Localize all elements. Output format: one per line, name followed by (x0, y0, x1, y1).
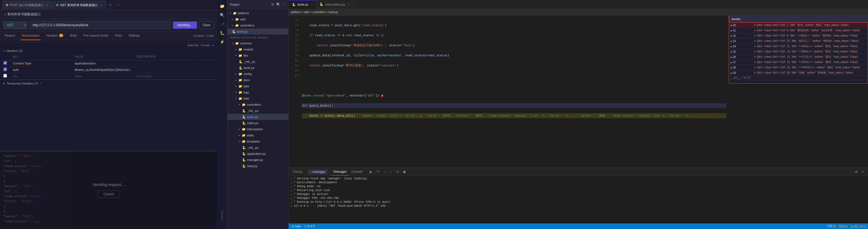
ft-static[interactable]: ▸ 📁 static (227, 132, 288, 138)
ft-docs[interactable]: ▸ 📁 docs (227, 77, 288, 83)
ft-models[interactable]: ▸ 📁 models (227, 46, 288, 52)
ft-web-inner[interactable]: ▾ 📁 web (227, 95, 288, 102)
ft-logs[interactable]: ▸ 📁 logs (227, 89, 288, 95)
ft-book-py-top[interactable]: 🐍 book.py (227, 28, 288, 35)
ft-config[interactable]: ▸ 📁 config (227, 71, 288, 77)
sidebar-icon-files[interactable]: 📁 (218, 2, 226, 10)
nav-settings[interactable]: Settings (128, 31, 141, 40)
more-tabs-button[interactable]: ⋯ (115, 3, 121, 7)
tab-close-get[interactable]: × (100, 4, 102, 7)
cookies-link[interactable]: Cookies (193, 34, 205, 37)
header-key-empty: Key (12, 74, 73, 78)
postman-tab-post[interactable]: POST 设计作者数据接口 × (2, 1, 52, 9)
code-line-76: update_data(id=book_id, title=title, aut… (302, 53, 726, 58)
ft-common[interactable]: ▾ 📁 common (227, 40, 288, 46)
url-input[interactable] (30, 21, 171, 29)
new-tab-button[interactable]: + (107, 2, 114, 8)
header-menu-icon-1[interactable]: ⋯ (197, 68, 200, 71)
ft-file-icon-init-tmpl: 🐍 (242, 146, 246, 149)
ft-init-ctrl[interactable]: 🐍 _init_.py (227, 108, 288, 114)
ft-platform[interactable]: ▾ 📁 platform (227, 10, 288, 16)
th-desc: DESCRIPTION (135, 55, 197, 59)
debug-icon-step-over[interactable]: ↷ (375, 169, 380, 175)
ft-web-top[interactable]: ▸ 📁 web (227, 16, 288, 22)
tab-close-book[interactable]: × (311, 3, 313, 6)
editor-tab-book[interactable]: 🐍 book.py × (288, 0, 316, 9)
filetree-settings-icon[interactable]: ⚙ (271, 2, 274, 6)
code-line-80: @book.route('/queryBook', methods=['GET'… (302, 93, 726, 98)
ft-controllers[interactable]: ▾ 📁 controllers (227, 102, 288, 108)
code-link[interactable]: Code (207, 34, 214, 37)
var-val-7: {dict: <class 'dict'>={'id': 14, 'title'… (757, 60, 866, 64)
temp-headers-info[interactable]: ? (40, 82, 41, 85)
ft-init-py-libs[interactable]: 🐍 _init_.py (227, 59, 288, 65)
ft-interceptors[interactable]: ▸ 📁 interceptors (227, 126, 288, 132)
var-row-2: ▸ 02 = {dict: <class 'dict'>={'id': 9, '… (729, 33, 868, 38)
debug-manager-btn[interactable]: ● manager (307, 169, 328, 174)
json-str: "新书" (20, 170, 30, 173)
json-str: "测试" (22, 154, 31, 158)
ft-name-app: application.py (247, 152, 288, 155)
debug-control-icons: ▶ ↷ ↓ ↑ ↻ ⏹ (368, 169, 407, 175)
ft-tianji-py[interactable]: 🐍 tianji.py (227, 163, 288, 169)
header-checkbox-key[interactable] (3, 74, 12, 78)
debug-close-icon[interactable]: × (860, 169, 866, 175)
postman-tab-get[interactable]: GET 查询所有书籍数据接口 × (53, 1, 106, 9)
ft-application-py[interactable]: 🐍 application.py (227, 151, 288, 157)
send-button[interactable]: Sending... (173, 22, 197, 29)
ft-init-tmpl[interactable]: 🐍 _init_.py (227, 144, 288, 151)
nav-body[interactable]: Body (69, 31, 78, 40)
nav-headers[interactable]: Headers 9 (45, 31, 64, 40)
debug-settings-icon[interactable]: ⚙ (854, 169, 859, 175)
sidebar-icon-git[interactable]: ⎇ (218, 20, 226, 28)
nav-authorization[interactable]: Authorization (21, 31, 41, 40)
ft-book-py-libs[interactable]: 🐍 book.py (227, 65, 288, 71)
tab-close-post[interactable]: × (46, 4, 48, 7)
json-bool: false (31, 195, 40, 198)
var-name-1: ▸ 01 (731, 29, 753, 32)
ft-templates[interactable]: ▾ 📁 templates (227, 138, 288, 144)
save-button[interactable]: Save (199, 21, 214, 29)
debug-arrow-4: ▸ (291, 193, 292, 196)
sidebar-icon-debug[interactable]: 🐛 (218, 29, 226, 37)
nav-tests[interactable]: Tests (114, 31, 123, 40)
ft-book-py-ctrl[interactable]: 🐍 book.py (227, 114, 288, 120)
debug-tab-debugger[interactable]: Debugger (331, 168, 349, 176)
ft-name-tji: tianji.py (247, 164, 288, 168)
debug-icon-stop[interactable]: ⏹ (402, 169, 407, 175)
header-checkbox-0[interactable] (3, 61, 12, 65)
debug-icon-step-in[interactable]: ↓ (382, 169, 387, 175)
debug-icon-step-out[interactable]: ↑ (388, 169, 394, 175)
ft-libs[interactable]: ▾ 📁 libs (227, 52, 288, 59)
bulk-edit-button[interactable]: Bulk Edit (188, 44, 198, 47)
variables-title: books (732, 17, 740, 21)
debug-output: ▸ * Serving Flask app 'manager' (lazy lo… (288, 176, 868, 223)
filetree-search-icon[interactable]: 🔍 (276, 2, 280, 6)
debug-icon-rerun[interactable]: ↻ (395, 169, 401, 175)
header-checkbox-1[interactable] (3, 67, 12, 72)
debug-tab-console[interactable]: Console (349, 168, 365, 176)
nav-params[interactable]: Params (3, 31, 16, 40)
ft-controllers-top[interactable]: ▸ 📁 controllers (227, 22, 288, 28)
ft-manager-py[interactable]: 🐍 manager.py (227, 157, 288, 163)
editor-tab-interceptors[interactable]: 🐍 interceptors.py × (316, 0, 353, 9)
sidebar-icon-extensions[interactable]: ⚡ (218, 38, 226, 46)
line-numbers: 73 74 75 76 77 78 79 80 81 82 83 84 (288, 16, 300, 168)
method-select[interactable]: GET POST PUT DELETE (3, 22, 27, 29)
header-menu-icon-0[interactable]: ⋯ (197, 62, 200, 65)
ft-index-py[interactable]: 🐍 index.py (227, 120, 288, 126)
debug-icon-run[interactable]: ▶ (368, 169, 374, 175)
ft-arrow-templates: ▾ (239, 140, 240, 143)
code-editor-area[interactable]: read_status = post_data.get('read_status… (300, 16, 729, 168)
ft-folder-icon-docs: 📁 (239, 78, 242, 82)
editor-main[interactable]: 73 74 75 76 77 78 79 80 81 82 83 84 read… (288, 16, 868, 168)
filetree-more-icon[interactable]: ⋯ (283, 2, 286, 6)
ft-jobs[interactable]: ▸ 📁 jobs (227, 83, 288, 89)
nav-pre-request[interactable]: Pre-request Script (83, 31, 110, 40)
tab-close-interceptors[interactable]: × (348, 3, 350, 6)
presets-button[interactable]: Presets (201, 44, 210, 47)
var-eq-8: = (754, 66, 756, 69)
sidebar-icon-search[interactable]: 🔍 (218, 11, 226, 19)
var-eq-5: = (754, 50, 756, 53)
debug-arrow-1: ▸ (291, 181, 292, 184)
